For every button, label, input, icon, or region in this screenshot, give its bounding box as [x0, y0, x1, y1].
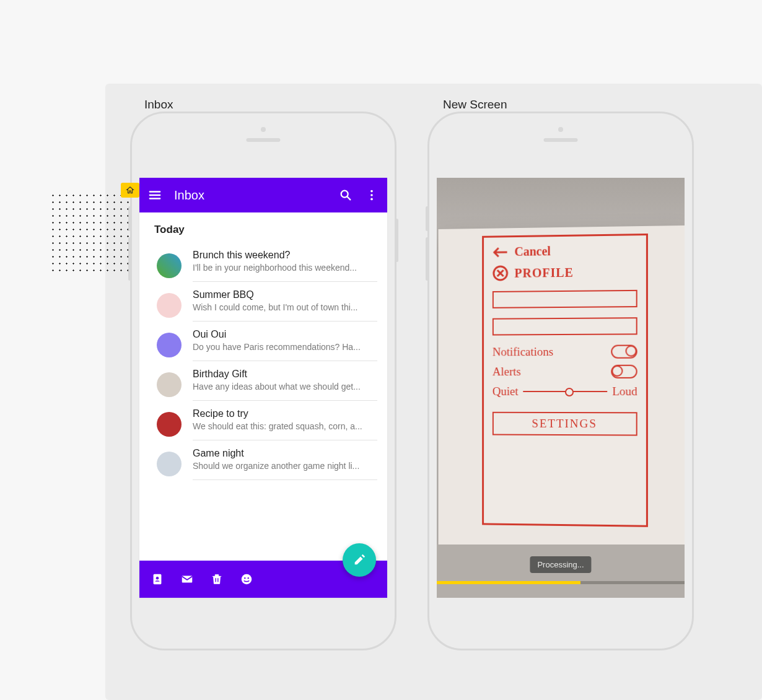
- phone-side-button: [128, 237, 131, 281]
- sketch-back-label: Cancel: [514, 244, 550, 259]
- slider-min-label: Quiet: [493, 385, 519, 398]
- captured-paper: Cancel PROFILE Notifications Alerts: [439, 225, 685, 551]
- phone-frame-inbox: Inbox Inbox Today Brunch this weekend?: [130, 112, 396, 650]
- message-title: Summer BBQ: [193, 289, 377, 300]
- search-icon[interactable]: [339, 188, 353, 202]
- phone-side-button: [426, 206, 429, 231]
- svg-point-1: [370, 190, 373, 193]
- sketch-option-row: Alerts: [493, 365, 637, 378]
- close-circle-icon: [493, 265, 509, 281]
- contacts-icon[interactable]: [151, 572, 164, 586]
- appbar-title: Inbox: [174, 188, 326, 203]
- frame-label-newscreen: New Screen: [443, 98, 507, 112]
- menu-icon[interactable]: [148, 188, 162, 202]
- toggle-icon: [611, 344, 637, 358]
- phone-camera-dot: [261, 127, 266, 132]
- list-item[interactable]: Birthday Gift Have any ideas about what …: [144, 361, 382, 401]
- progress-fill: [437, 581, 580, 584]
- app-bar: Inbox: [139, 178, 387, 212]
- message-title: Brunch this weekend?: [193, 250, 377, 261]
- arrow-left-icon: [493, 246, 509, 258]
- message-subtitle: We should eat this: grated squash, corn,…: [193, 421, 377, 431]
- phone-side-button: [426, 237, 429, 281]
- sketch-settings-button: SETTINGS: [493, 412, 637, 436]
- list-item[interactable]: Recipe to try We should eat this: grated…: [144, 401, 382, 440]
- svg-point-8: [244, 577, 245, 579]
- section-header-today: Today: [139, 212, 387, 242]
- camera-capture-screen: Cancel PROFILE Notifications Alerts: [437, 178, 685, 598]
- sketch-wireframe: Cancel PROFILE Notifications Alerts: [482, 234, 648, 527]
- decorative-dot-grid: [50, 192, 130, 273]
- home-screen-tag[interactable]: [121, 183, 139, 198]
- svg-point-9: [248, 577, 249, 579]
- sketch-slider-row: Quiet Loud: [493, 385, 637, 398]
- phone-side-button: [395, 219, 398, 262]
- sketch-title-row: PROFILE: [493, 264, 637, 282]
- message-subtitle: I'll be in your neighborhood this weeken…: [193, 263, 377, 273]
- phone-frame-newscreen: New Screen Cancel PROFILE: [427, 112, 694, 650]
- avatar: [157, 333, 182, 357]
- avatar: [157, 412, 182, 437]
- avatar: [157, 253, 182, 278]
- message-subtitle: Should we organize another game night li…: [193, 461, 377, 471]
- home-icon: [126, 186, 134, 195]
- message-subtitle: Have any ideas about what we should get.…: [193, 382, 377, 392]
- message-title: Recipe to try: [193, 408, 377, 419]
- sketch-option-label: Notifications: [493, 345, 553, 359]
- message-title: Birthday Gift: [193, 369, 377, 380]
- sketch-input-field: [493, 290, 637, 308]
- toggle-icon: [611, 365, 637, 378]
- list-item[interactable]: Summer BBQ Wish I could come, but I'm ou…: [144, 282, 382, 322]
- svg-point-5: [156, 577, 159, 580]
- compose-icon: [353, 553, 366, 567]
- sketch-title: PROFILE: [514, 265, 573, 280]
- phone-speaker: [544, 138, 578, 142]
- svg-point-2: [370, 194, 373, 196]
- mail-icon[interactable]: [180, 572, 194, 586]
- more-icon[interactable]: [365, 188, 379, 202]
- message-list[interactable]: Brunch this weekend? I'll be in your nei…: [139, 242, 387, 561]
- frame-label-inbox: Inbox: [144, 98, 173, 112]
- slider-max-label: Loud: [612, 385, 637, 398]
- list-item[interactable]: Brunch this weekend? I'll be in your nei…: [144, 242, 382, 282]
- avatar: [157, 372, 182, 397]
- message-subtitle: Do you have Paris recommendations? Ha...: [193, 342, 377, 352]
- slider-icon: [523, 391, 608, 392]
- sketch-back-row: Cancel: [493, 243, 637, 259]
- phone-camera-dot: [558, 127, 563, 132]
- list-item[interactable]: Game night Should we organize another ga…: [144, 440, 382, 480]
- sketch-option-row: Notifications: [493, 344, 637, 359]
- bottom-app-bar: [139, 561, 387, 598]
- message-subtitle: Wish I could come, but I'm out of town t…: [193, 302, 377, 312]
- trash-icon[interactable]: [210, 572, 224, 586]
- phone-side-button: [128, 206, 131, 231]
- progress-track: [437, 581, 685, 584]
- sketch-input-field: [493, 317, 637, 335]
- emoji-icon[interactable]: [240, 572, 253, 586]
- phone-speaker: [247, 138, 281, 142]
- avatar: [157, 452, 182, 476]
- processing-status: Processing...: [530, 556, 591, 573]
- sketch-option-label: Alerts: [493, 365, 521, 378]
- svg-point-7: [242, 574, 252, 585]
- avatar: [157, 293, 182, 318]
- compose-fab[interactable]: [343, 543, 376, 577]
- inbox-screen: Inbox Today Brunch this weekend? I'll be…: [139, 178, 387, 598]
- list-item[interactable]: Oui Oui Do you have Paris recommendation…: [144, 322, 382, 361]
- message-title: Game night: [193, 448, 377, 459]
- message-title: Oui Oui: [193, 329, 377, 340]
- capture-bottom-bar: Processing...: [437, 545, 685, 598]
- svg-point-3: [370, 198, 373, 201]
